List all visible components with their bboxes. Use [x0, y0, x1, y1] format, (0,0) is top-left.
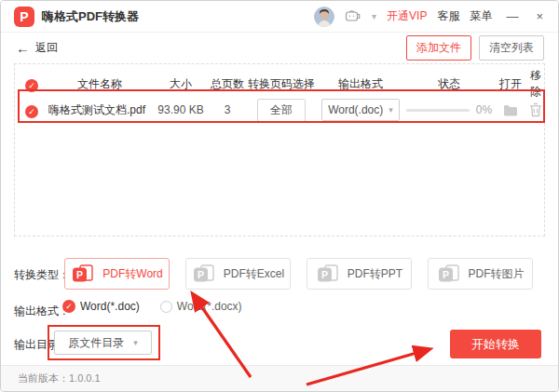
titlebar: P 嗨格式PDF转换器: [1, 1, 558, 33]
svg-text:P: P: [198, 269, 204, 280]
back-arrow-icon: ←: [16, 40, 30, 56]
toolbar: ← 返回 添加文件 清空列表: [1, 34, 558, 61]
titlebar-right: ▾ 开通VIP 客服 菜单 — ×: [314, 7, 547, 27]
convert-pdf-to-ppt-button[interactable]: P PDF转PPT: [307, 258, 412, 290]
output-format-label: 输出格式：: [14, 304, 70, 319]
progress-bar: [406, 109, 470, 112]
output-dir-value: 原文件目录: [68, 335, 124, 351]
radio-checked-icon: ✓: [62, 300, 75, 313]
row-format-dropdown[interactable]: Word(.doc) ▾: [321, 99, 400, 121]
start-convert-button[interactable]: 开始转换: [450, 330, 541, 358]
minimize-button[interactable]: —: [502, 9, 522, 23]
select-all-checkbox[interactable]: ✓: [25, 79, 38, 92]
trash-icon[interactable]: [529, 102, 542, 117]
convert-option-label: PDF转图片: [469, 266, 525, 282]
convert-option-label: PDF转Word: [102, 266, 162, 282]
member-badge-icon[interactable]: [345, 9, 361, 23]
radio-unchecked-icon: [160, 301, 172, 313]
pdf-image-icon: P: [437, 264, 462, 284]
svg-text:P: P: [321, 269, 328, 280]
header-page-select: 转换页码选择: [244, 76, 319, 92]
svg-text:P: P: [442, 269, 448, 280]
row-format-value: Word(.doc): [328, 103, 383, 116]
convert-type-label: 转换类型：: [14, 267, 70, 283]
app-window: P 嗨格式PDF转换器: [0, 0, 559, 392]
header-pages: 总页数: [211, 76, 244, 92]
open-folder-icon[interactable]: [503, 104, 518, 116]
app-title: 嗨格式PDF转换器: [42, 8, 139, 25]
file-size: 93.90 KB: [151, 103, 211, 116]
radio-word-docx[interactable]: Word(*.docx): [160, 300, 242, 313]
header-output-format: 输出格式: [319, 76, 402, 92]
customer-service-link[interactable]: 客服: [437, 8, 459, 24]
menu-link[interactable]: 菜单: [470, 8, 492, 24]
app-logo-icon: P: [14, 7, 34, 27]
table-row: ✓ 嗨格式测试文档.pdf 93.90 KB 3 全部 Word(.doc) ▾…: [15, 95, 544, 125]
radio-label: Word(*.docx): [177, 300, 242, 313]
pdf-word-icon: P: [71, 264, 96, 284]
convert-type-options: P PDF转Word P PDF转Excel P PDF转PPT: [64, 258, 533, 290]
pdf-excel-icon: P: [192, 264, 217, 284]
page-select-button[interactable]: 全部: [257, 99, 306, 122]
close-button[interactable]: ×: [532, 9, 547, 23]
version-text: 当前版本：1.0.0.1: [18, 372, 101, 385]
output-format-options: ✓ Word(*.doc) Word(*.docx): [62, 300, 242, 313]
header-file-name: 文件名称: [48, 76, 151, 92]
convert-option-label: PDF转PPT: [348, 266, 402, 282]
header-size: 大小: [151, 76, 211, 92]
convert-option-label: PDF转Excel: [224, 266, 284, 282]
progress-percent: 0%: [476, 103, 492, 116]
file-pages: 3: [211, 103, 244, 116]
file-table: ✓ 文件名称 大小 总页数 转换页码选择 输出格式 状态 打开 移除 ✓ 嗨格式…: [14, 63, 545, 237]
convert-pdf-to-excel-button[interactable]: P PDF转Excel: [185, 258, 291, 290]
header-open: 打开: [496, 76, 525, 92]
header-status: 状态: [402, 76, 496, 92]
chevron-down-icon: ▾: [389, 105, 393, 115]
statusbar: 当前版本：1.0.0.1: [1, 365, 558, 391]
convert-pdf-to-word-button[interactable]: P PDF转Word: [64, 258, 170, 290]
user-avatar[interactable]: [314, 7, 334, 27]
back-label: 返回: [35, 40, 58, 56]
row-checkbox[interactable]: ✓: [25, 105, 38, 118]
clear-list-button[interactable]: 清空列表: [479, 35, 544, 61]
back-button[interactable]: ← 返回: [16, 40, 58, 56]
convert-pdf-to-image-button[interactable]: P PDF转图片: [428, 258, 533, 290]
header-remove: 移除: [525, 68, 546, 100]
radio-label: Word(*.doc): [80, 300, 140, 313]
chevron-down-icon: ▾: [133, 338, 138, 347]
account-dropdown-caret-icon[interactable]: ▾: [372, 11, 376, 21]
pdf-ppt-icon: P: [316, 264, 341, 284]
avatar-image: [314, 7, 334, 27]
file-name: 嗨格式测试文档.pdf: [48, 102, 151, 118]
open-vip-link[interactable]: 开通VIP: [387, 8, 427, 24]
row-status: 0%: [402, 103, 496, 116]
toolbar-actions: 添加文件 清空列表: [406, 35, 544, 61]
svg-text:P: P: [76, 269, 83, 280]
add-file-button[interactable]: 添加文件: [406, 35, 471, 61]
radio-word-doc[interactable]: ✓ Word(*.doc): [62, 300, 140, 313]
output-dir-dropdown[interactable]: 原文件目录 ▾: [54, 331, 152, 355]
table-header: ✓ 文件名称 大小 总页数 转换页码选择 输出格式 状态 打开 移除: [15, 68, 544, 92]
